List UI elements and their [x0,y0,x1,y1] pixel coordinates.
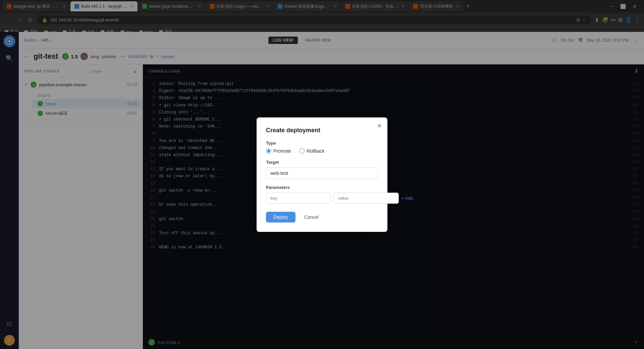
modal-close-button[interactable]: ✕ [377,123,382,129]
promote-radio-option[interactable]: Promote [266,148,291,154]
parameter-value-input[interactable] [334,193,399,204]
rollback-radio-input[interactable] [299,148,305,154]
modal-overlay[interactable]: Create deployment ✕ Type Promote Rollbac… [0,0,644,349]
create-deployment-modal: Create deployment ✕ Type Promote Rollbac… [257,117,387,232]
modal-actions: Deploy Cancel [266,212,378,222]
rollback-label: Rollback [307,148,325,154]
add-parameter-button[interactable]: + Add [401,196,413,201]
target-label: Target [266,160,378,165]
type-radio-group: Promote Rollback [266,148,378,154]
promote-label: Promote [273,148,291,154]
type-label: Type [266,141,378,146]
promote-radio-input[interactable] [266,148,271,154]
rollback-radio-option[interactable]: Rollback [299,148,325,154]
parameter-key-input[interactable] [266,193,331,204]
target-form-group: Target [266,160,378,179]
parameters-row: + Add [266,193,378,204]
deploy-button[interactable]: Deploy [266,212,296,222]
cancel-button[interactable]: Cancel [299,212,324,222]
type-form-group: Type Promote Rollback [266,141,378,154]
target-input[interactable] [266,167,378,179]
parameters-label: Parameters [266,185,378,190]
parameters-form-group: Parameters + Add [266,185,378,204]
modal-title: Create deployment [266,127,378,134]
